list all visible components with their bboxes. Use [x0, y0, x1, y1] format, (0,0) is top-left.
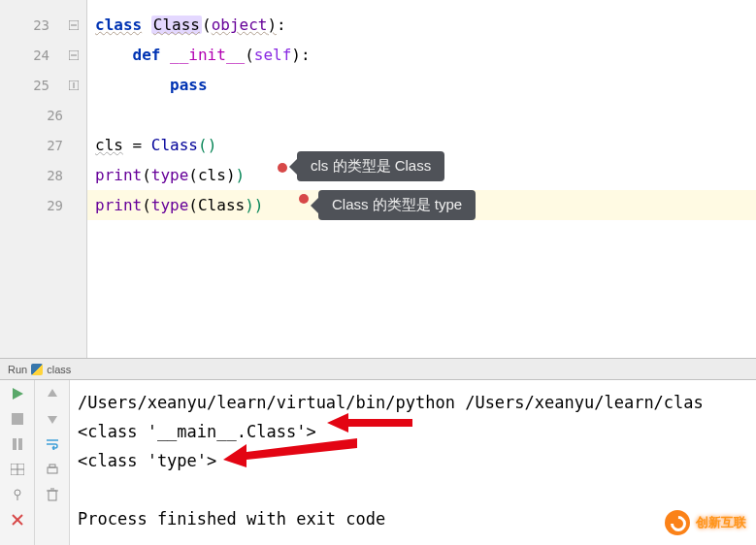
line-number: 29 [0, 198, 81, 213]
fold-minus-icon[interactable] [67, 18, 81, 32]
console-line [78, 475, 756, 504]
watermark: 创新互联 [665, 510, 746, 535]
trash-icon[interactable] [45, 487, 60, 502]
code-line: class Class(object): [87, 10, 756, 40]
code-area[interactable]: class Class(object): def __init__(self):… [87, 0, 756, 358]
line-number: 24 [0, 48, 67, 63]
line-number: 26 [0, 108, 81, 123]
fold-minus-icon[interactable] [67, 48, 81, 62]
breakpoint-dot-icon [278, 163, 287, 173]
line-number: 25 [0, 78, 67, 93]
line-number: 23 [0, 17, 67, 33]
code-line [87, 100, 756, 130]
svg-point-13 [15, 490, 20, 496]
svg-rect-19 [48, 467, 57, 473]
console-line: <class 'type'> [78, 446, 756, 475]
arrow-annotation-icon [223, 438, 359, 467]
svg-marker-24 [327, 413, 412, 433]
console-line: Process finished with exit code [78, 504, 756, 533]
svg-rect-21 [49, 491, 56, 500]
run-config-name: class [47, 364, 71, 375]
svg-marker-25 [223, 438, 357, 467]
down-icon[interactable] [45, 411, 60, 427]
svg-rect-20 [49, 465, 55, 467]
wrap-icon[interactable] [45, 436, 60, 452]
up-icon[interactable] [45, 386, 60, 401]
annotation-callout: Class 的类型是 type [318, 190, 476, 220]
svg-marker-18 [48, 416, 57, 424]
run-panel: /Users/xeanyu/learn/virtual/bin/python /… [0, 380, 756, 545]
run-tool-header: Run class [0, 359, 756, 380]
svg-rect-8 [13, 438, 16, 450]
close-icon[interactable] [10, 512, 25, 528]
layout-icon[interactable] [10, 462, 25, 477]
console-line: <class '__main__.Class'> [78, 417, 756, 446]
code-line: pass [87, 70, 756, 100]
run-toolbar-col2 [35, 380, 70, 545]
svg-marker-6 [13, 388, 23, 400]
svg-rect-7 [12, 413, 23, 425]
arrow-annotation-icon [327, 411, 414, 434]
line-number: 28 [0, 168, 81, 183]
stop-icon[interactable] [10, 411, 25, 427]
svg-rect-9 [18, 438, 22, 450]
line-gutter: 23 24 25 26 27 28 29 [0, 0, 87, 358]
line-number: 27 [0, 138, 81, 153]
watermark-text: 创新互联 [696, 514, 746, 531]
console-output[interactable]: /Users/xeanyu/learn/virtual/bin/python /… [70, 380, 756, 545]
pause-icon[interactable] [10, 436, 25, 452]
code-editor[interactable]: 23 24 25 26 27 28 29 class Class(object)… [0, 0, 756, 359]
svg-marker-17 [48, 389, 57, 397]
run-label: Run [8, 364, 27, 375]
annotation-callout: cls 的类型是 Class [297, 151, 444, 181]
watermark-logo-icon [665, 510, 690, 535]
print-icon[interactable] [45, 462, 60, 477]
run-icon[interactable] [10, 386, 25, 401]
breakpoint-dot-icon [299, 194, 309, 204]
pin-icon[interactable] [10, 487, 25, 502]
run-toolbar-col1 [0, 380, 35, 545]
console-line: /Users/xeanyu/learn/virtual/bin/python /… [78, 388, 756, 417]
fold-end-icon[interactable] [67, 79, 81, 92]
python-icon [31, 364, 43, 375]
code-line: def __init__(self): [87, 40, 756, 70]
